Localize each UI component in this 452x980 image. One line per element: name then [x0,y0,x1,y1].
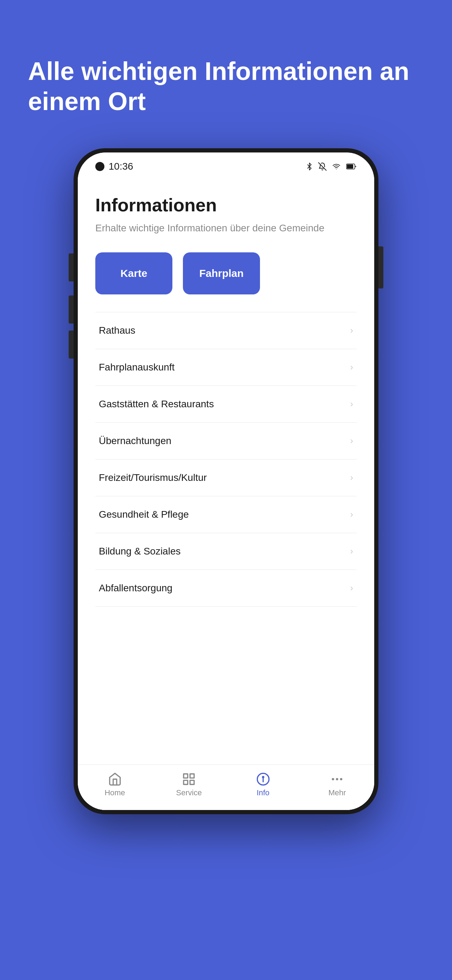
home-icon [108,772,122,786]
menu-item-label: Fahrplanauskunft [99,362,175,373]
status-left: 10:36 [95,161,133,172]
chevron-right-icon: › [350,325,353,336]
nav-label-service: Service [176,788,202,797]
chevron-right-icon: › [350,399,353,409]
volume-up-button [69,296,73,323]
fahrplan-label: Fahrplan [199,267,244,279]
svg-point-8 [263,777,264,778]
bluetooth-icon [306,162,313,172]
wifi-icon [331,162,341,170]
bottom-nav: Home Service [78,764,374,810]
svg-rect-5 [184,781,188,785]
chevron-right-icon: › [350,472,353,483]
menu-item-bildung[interactable]: Bildung & Soziales › [95,533,357,570]
menu-item-label: Gaststätten & Restaurants [99,399,214,410]
menu-item-rathaus[interactable]: Rathaus › [95,312,357,349]
camera-dot [95,162,104,171]
nav-item-home[interactable]: Home [78,770,152,800]
page-title: Informationen [95,194,357,216]
svg-point-12 [340,778,343,781]
more-icon [330,772,344,786]
fahrplan-button[interactable]: Fahrplan [183,252,260,294]
karte-button[interactable]: Karte [95,252,172,294]
status-bar: 10:36 [78,153,374,177]
nav-item-service[interactable]: Service [152,770,226,800]
menu-item-gaststaetten[interactable]: Gaststätten & Restaurants › [95,386,357,423]
menu-item-label: Freizeit/Tourismus/Kultur [99,472,207,483]
svg-point-10 [332,778,334,781]
menu-item-fahrplanauskunft[interactable]: Fahrplanauskunft › [95,349,357,386]
battery-icon [346,163,357,170]
menu-item-abfallentsorgung[interactable]: Abfallentsorgung › [95,570,357,607]
menu-item-uebernachtungen[interactable]: Übernachtungen › [95,423,357,460]
nav-label-mehr: Mehr [328,788,346,797]
chevron-right-icon: › [350,435,353,446]
chevron-right-icon: › [350,546,353,557]
svg-rect-3 [184,774,188,778]
svg-point-11 [336,778,339,781]
mute-icon [318,162,326,171]
app-content: Informationen Erhalte wichtige Informati… [78,177,374,810]
nav-item-info[interactable]: Info [226,770,300,800]
grid-icon [182,772,196,786]
karte-label: Karte [121,267,148,279]
menu-item-gesundheit[interactable]: Gesundheit & Pflege › [95,496,357,533]
phone-screen: 10:36 [78,153,374,810]
chevron-right-icon: › [350,582,353,593]
info-circle-icon [256,772,270,786]
menu-item-label: Gesundheit & Pflege [99,509,189,520]
hero-title: Alle wichtigen Informationen an einem Or… [28,56,424,117]
nav-label-home: Home [104,788,125,797]
phone-wrapper: 10:36 [73,148,379,832]
nav-label-info: Info [256,788,269,797]
menu-item-label: Übernachtungen [99,435,171,447]
hero-section: Alle wichtigen Informationen an einem Or… [0,0,452,138]
menu-item-freizeit[interactable]: Freizeit/Tourismus/Kultur › [95,460,357,496]
svg-rect-6 [190,781,194,785]
quick-actions: Karte Fahrplan [95,252,357,294]
app-main: Informationen Erhalte wichtige Informati… [78,177,374,764]
volume-down-button [69,331,73,359]
page-subtitle: Erhalte wichtige Informationen über dein… [95,221,357,235]
menu-item-label: Bildung & Soziales [99,546,180,557]
chevron-right-icon: › [350,509,353,520]
svg-rect-4 [190,774,194,778]
phone-shell: 10:36 [73,148,379,814]
status-icons [306,162,357,172]
menu-item-label: Abfallentsorgung [99,582,172,594]
svg-line-0 [318,162,326,170]
menu-item-label: Rathaus [99,325,135,336]
status-time-text: 10:36 [108,161,133,172]
svg-rect-2 [347,164,353,169]
menu-list: Rathaus › Fahrplanauskunft › Gaststätten… [95,312,357,607]
chevron-right-icon: › [350,362,353,372]
nav-item-mehr[interactable]: Mehr [300,770,374,800]
